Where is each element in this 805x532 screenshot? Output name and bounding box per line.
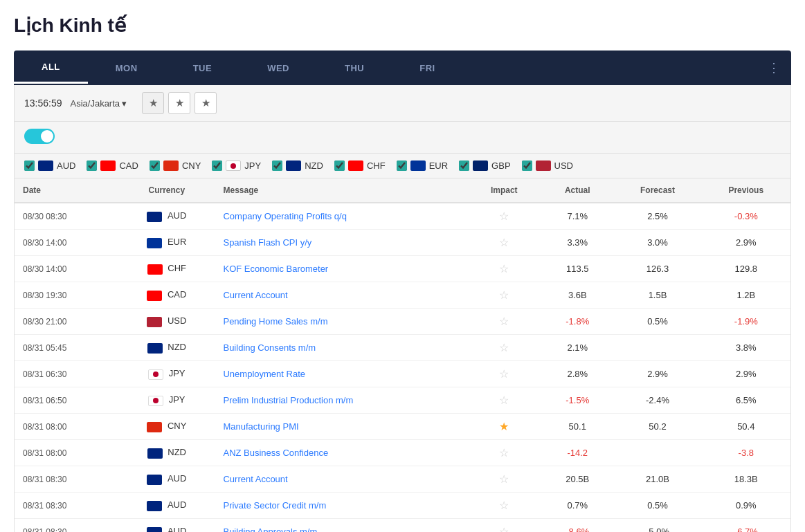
impact-star[interactable]: ☆ [499, 289, 509, 301]
more-menu-icon[interactable]: ⋮ [757, 51, 791, 85]
cell-impact: ☆ [467, 493, 541, 519]
cell-impact: ★ [467, 414, 541, 440]
checkbox-cny[interactable] [150, 160, 160, 171]
toggle-switch[interactable] [24, 129, 55, 144]
tab-all[interactable]: ALL [14, 52, 88, 84]
cell-message: Spanish Flash CPI y/y [215, 230, 467, 256]
star-filter-1[interactable]: ★ [142, 92, 164, 114]
message-link[interactable]: Company Operating Profits q/q [223, 211, 346, 221]
impact-star[interactable]: ☆ [499, 237, 509, 248]
tab-mon[interactable]: MON [88, 53, 165, 83]
impact-star[interactable]: ☆ [499, 499, 509, 511]
impact-star[interactable]: ☆ [499, 315, 509, 327]
label-eur: EUR [429, 160, 448, 171]
impact-star[interactable]: ☆ [499, 342, 509, 354]
cell-previous: 0.9% [702, 493, 790, 519]
tab-thu[interactable]: THU [317, 53, 392, 83]
message-link[interactable]: Building Consents m/m [223, 342, 316, 353]
cell-message: Building Approvals m/m [215, 519, 467, 533]
checkbox-eur[interactable] [397, 160, 407, 171]
impact-star[interactable]: ☆ [499, 526, 509, 532]
chevron-down-icon: ▾ [122, 98, 127, 109]
cell-impact: ☆ [467, 256, 541, 282]
table-row: 08/31 05:45 NZD Building Consents m/m ☆ … [15, 335, 790, 361]
tab-tue[interactable]: TUE [165, 53, 240, 83]
timezone-selector[interactable]: Asia/Jakarta ▾ [71, 98, 127, 109]
cell-impact: ☆ [467, 440, 541, 466]
cell-forecast: 0.5% [613, 309, 701, 335]
checkbox-chf[interactable] [334, 160, 345, 171]
message-link[interactable]: Spanish Flash CPI y/y [223, 237, 311, 248]
label-aud: AUD [57, 160, 75, 171]
message-link[interactable]: Prelim Industrial Production m/m [223, 395, 353, 405]
cell-date: 08/31 08:30 [15, 519, 118, 533]
message-link[interactable]: ANZ Business Confidence [223, 448, 328, 458]
cell-actual: -1.8% [541, 309, 613, 335]
checkbox-nzd[interactable] [272, 160, 282, 171]
checkbox-cad[interactable] [87, 160, 97, 171]
checkbox-aud[interactable] [24, 160, 35, 171]
message-link[interactable]: Current Account [223, 474, 287, 484]
checkbox-jpy[interactable] [212, 160, 222, 171]
impact-star[interactable]: ☆ [499, 447, 509, 459]
label-usd: USD [554, 160, 573, 171]
cell-actual: 3.6B [541, 282, 613, 309]
message-link[interactable]: Current Account [223, 290, 287, 300]
cell-date: 08/31 08:30 [15, 466, 118, 493]
message-link[interactable]: Private Sector Credit m/m [223, 500, 326, 511]
cell-actual: 2.8% [541, 361, 613, 387]
tab-wed[interactable]: WED [239, 53, 317, 83]
flag-usd [536, 160, 551, 171]
cell-currency: AUD [118, 466, 215, 493]
cell-impact: ☆ [467, 230, 541, 256]
message-link[interactable]: Unemployment Rate [223, 369, 305, 379]
cell-date: 08/31 08:00 [15, 414, 118, 440]
table-row: 08/30 08:30 AUD Company Operating Profit… [15, 203, 790, 230]
cell-forecast: 0.5% [613, 493, 701, 519]
table-row: 08/31 06:30 JPY Unemployment Rate ☆ 2.8%… [15, 361, 790, 387]
impact-star[interactable]: ★ [499, 421, 509, 432]
cell-actual: 0.7% [541, 493, 613, 519]
star-filter-2[interactable]: ★ [168, 92, 190, 114]
cell-message: Building Consents m/m [215, 335, 467, 361]
events-table-wrapper: Date Currency Message Impact Actual Fore… [14, 178, 791, 532]
checkbox-usd[interactable] [522, 160, 532, 171]
cell-forecast [613, 335, 701, 361]
flag-nzd [286, 160, 301, 171]
flag-eur [410, 160, 426, 171]
cell-previous: -6.7% [702, 519, 790, 533]
label-cny: CNY [182, 160, 201, 171]
cell-date: 08/31 08:30 [15, 493, 118, 519]
checkbox-gbp[interactable] [459, 160, 469, 171]
impact-star[interactable]: ☆ [499, 394, 509, 406]
cell-actual: 3.3% [541, 230, 613, 256]
message-link[interactable]: Building Approvals m/m [223, 526, 317, 532]
impact-star[interactable]: ☆ [499, 210, 509, 222]
label-gbp: GBP [491, 160, 510, 171]
label-cad: CAD [119, 160, 138, 171]
cell-forecast: -2.4% [613, 387, 701, 414]
message-link[interactable]: KOF Economic Barometer [223, 264, 328, 274]
cell-impact: ☆ [467, 309, 541, 335]
label-nzd: NZD [305, 160, 323, 171]
cell-message: Prelim Industrial Production m/m [215, 387, 467, 414]
tab-fri[interactable]: FRI [392, 53, 462, 83]
cell-previous: 18.3B [702, 466, 790, 493]
impact-star[interactable]: ☆ [499, 263, 509, 275]
message-link[interactable]: Pending Home Sales m/m [223, 316, 327, 327]
cell-date: 08/31 08:00 [15, 440, 118, 466]
cell-impact: ☆ [467, 466, 541, 493]
impact-star[interactable]: ☆ [499, 473, 509, 485]
star-filter-3[interactable]: ★ [195, 92, 217, 114]
message-link[interactable]: Manufacturing PMI [223, 421, 298, 432]
cell-actual: 50.1 [541, 414, 613, 440]
cell-message: Company Operating Profits q/q [215, 203, 467, 230]
cell-previous: 3.8% [702, 335, 790, 361]
table-row: 08/30 21:00 USD Pending Home Sales m/m ☆… [15, 309, 790, 335]
impact-star[interactable]: ☆ [499, 368, 509, 380]
cell-currency: CAD [118, 282, 215, 309]
label-chf: CHF [367, 160, 386, 171]
flag-chf [348, 160, 363, 171]
cell-previous: 1.2B [702, 282, 790, 309]
cell-impact: ☆ [467, 282, 541, 309]
